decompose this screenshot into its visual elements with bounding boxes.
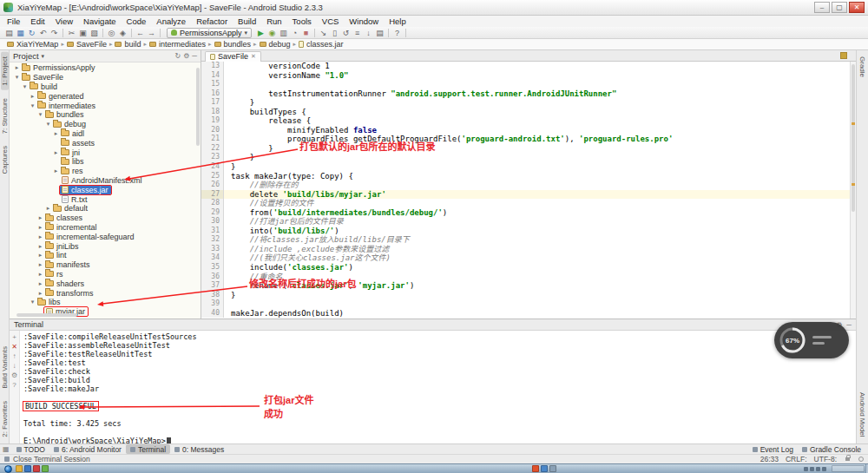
tray-volume-icon[interactable]: [816, 467, 820, 471]
crumb-xiayiyemap[interactable]: XiaYiYeMap: [7, 40, 58, 49]
taskbar-app-studio[interactable]: [42, 465, 49, 472]
tree-item-libs[interactable]: libs: [60, 157, 87, 167]
expand-open-icon[interactable]: ▾: [13, 74, 21, 81]
tree-row-jni[interactable]: ▸jni: [10, 148, 201, 157]
terminal-close-icon[interactable]: ✕: [11, 342, 17, 351]
code-line[interactable]: 34 //(我们只关心classes.jar这个文件): [201, 253, 850, 263]
code-line[interactable]: 15: [201, 80, 850, 89]
build-variants-icon[interactable]: ≡: [352, 28, 363, 38]
expand-closed-icon[interactable]: ▸: [52, 168, 60, 174]
editor-scrollbar-thumb[interactable]: [852, 64, 855, 212]
status-item[interactable]: UTF-8:: [814, 455, 837, 463]
tree-item-manifests[interactable]: manifests: [44, 260, 93, 270]
code-line[interactable]: 18 buildTypes {: [201, 108, 850, 117]
tree-row-permissionsapply[interactable]: ▸PermissionsApply: [10, 63, 201, 73]
inspection-status-icon[interactable]: [840, 52, 847, 59]
terminal-up-icon[interactable]: ↑: [13, 351, 16, 361]
menu-file[interactable]: File: [2, 16, 25, 26]
tree-item-res[interactable]: res: [60, 167, 86, 176]
menu-view[interactable]: View: [50, 16, 78, 26]
terminal-new-icon[interactable]: +: [12, 332, 16, 342]
toolwindow-tab-1-project[interactable]: 1: Project: [1, 52, 9, 90]
terminal-down-icon[interactable]: ↓: [13, 361, 16, 371]
crumb-bundles[interactable]: bundles: [214, 40, 252, 49]
taskbar-app-explorer[interactable]: [16, 465, 23, 472]
run-config-selector[interactable]: PermissionsApply▾: [167, 28, 252, 38]
tool-tab-6-android-monitor[interactable]: 6: Android Monitor: [49, 444, 126, 454]
tree-item-rs[interactable]: rs: [44, 270, 66, 279]
project-vertical-scrollbar[interactable]: [196, 68, 200, 146]
tree-row-aidl[interactable]: ▸aidl: [10, 129, 201, 139]
code-line[interactable]: 27 delete 'build/libs/myjar.jar': [201, 190, 850, 200]
project-horizontal-scrollbar[interactable]: [16, 313, 77, 317]
tree-item-intermediates[interactable]: intermediates: [36, 101, 98, 110]
menu-analyze[interactable]: Analyze: [151, 16, 191, 26]
toolwindow-tab-android-model[interactable]: Android Model: [858, 388, 866, 442]
code-line[interactable]: 26 //删除存在的: [201, 181, 850, 190]
tool-tab-todo[interactable]: TODO: [12, 444, 49, 454]
editor-tab-savefile[interactable]: SaveFile ✕: [205, 51, 261, 62]
tree-row-libs[interactable]: libs: [10, 157, 201, 167]
expand-closed-icon[interactable]: ▸: [36, 243, 44, 250]
tree-row-lint[interactable]: ▸lint: [10, 251, 201, 260]
start-button[interactable]: [4, 465, 12, 473]
chevron-down-icon[interactable]: ▾: [42, 53, 45, 60]
tree-row-incremental[interactable]: ▸incremental: [10, 223, 201, 233]
coverage-icon[interactable]: ▥: [278, 28, 289, 38]
tree-item-jnilibs[interactable]: jniLibs: [44, 241, 82, 251]
expand-closed-icon[interactable]: ▸: [36, 214, 44, 221]
tree-row-classes[interactable]: ▸classes: [10, 214, 201, 223]
toolwindow-tab-7-structure[interactable]: 7: Structure: [1, 94, 9, 138]
expand-closed-icon[interactable]: ▸: [13, 64, 21, 71]
expand-open-icon[interactable]: ▾: [36, 111, 44, 118]
settings-icon[interactable]: ⚙: [183, 52, 189, 60]
paste-icon[interactable]: ▧: [89, 28, 100, 38]
code-line[interactable]: 23 }: [201, 153, 850, 162]
tree-item-shaders[interactable]: shaders: [44, 279, 87, 288]
code-line[interactable]: 39: [201, 299, 850, 309]
menu-build[interactable]: Build: [233, 16, 261, 26]
close-button[interactable]: ✕: [849, 2, 865, 13]
menu-navigate[interactable]: Navigate: [78, 16, 122, 26]
terminal-help-icon[interactable]: ?: [12, 380, 16, 390]
toolwindow-tab-gradle[interactable]: Gradle: [858, 52, 866, 82]
tree-item-r-txt[interactable]: R.txt: [60, 194, 90, 204]
menu-help[interactable]: Help: [384, 16, 411, 26]
terminal-settings-icon[interactable]: ⚙: [11, 371, 17, 380]
crumb-classes-jar[interactable]: classes.jar: [299, 40, 344, 49]
tree-row-androidmanifest-xml[interactable]: AndroidManifest.xml: [10, 176, 201, 186]
expand-closed-icon[interactable]: ▸: [36, 271, 44, 278]
tree-row-assets[interactable]: assets: [10, 138, 201, 148]
tree-row-libs[interactable]: ▾libs: [10, 298, 201, 307]
editor-scrollbar[interactable]: [850, 62, 856, 319]
tree-item-savefile[interactable]: SaveFile: [21, 73, 66, 82]
tree-row-shaders[interactable]: ▸shaders: [10, 279, 201, 288]
tree-row-savefile[interactable]: ▾SaveFile: [10, 73, 201, 82]
tree-item-classes[interactable]: classes: [44, 214, 85, 223]
code-line[interactable]: 17 }: [201, 98, 850, 108]
tree-item-aidl[interactable]: aidl: [60, 129, 87, 139]
code-line[interactable]: 24}: [201, 162, 850, 172]
tree-row-bundles[interactable]: ▾bundles: [10, 110, 201, 120]
hide-icon[interactable]: ─: [192, 52, 197, 60]
tab-close-icon[interactable]: ✕: [251, 53, 256, 60]
tree-item-transforms[interactable]: transforms: [44, 288, 96, 298]
tree-row-r-txt[interactable]: R.txt: [10, 194, 201, 204]
crumb-intermediates[interactable]: intermediates: [149, 40, 206, 49]
ime-sogou-icon[interactable]: [532, 465, 539, 472]
sync-icon[interactable]: ↻: [174, 52, 181, 60]
sync-icon[interactable]: ↻: [26, 28, 37, 38]
tree-row-incremental-safeguard[interactable]: ▸incremental-safeguard: [10, 232, 201, 241]
toolwindow-tab-captures[interactable]: Captures: [1, 141, 9, 178]
code-line[interactable]: 25task makeJar(type: Copy) {: [201, 172, 850, 181]
back-icon[interactable]: ←: [135, 28, 146, 38]
redo-icon[interactable]: ↷: [49, 28, 60, 38]
ime-lang-icon[interactable]: [541, 465, 548, 472]
sdk-icon[interactable]: ↓: [363, 28, 374, 38]
undo-icon[interactable]: ↶: [37, 28, 49, 38]
tree-row-classes-jar[interactable]: classes.jar: [10, 185, 201, 194]
maximize-button[interactable]: ▢: [832, 2, 847, 13]
expand-closed-icon[interactable]: ▸: [36, 252, 44, 259]
tree-row-transforms[interactable]: ▸transforms: [10, 288, 201, 298]
tree-item-default[interactable]: default: [52, 204, 90, 214]
